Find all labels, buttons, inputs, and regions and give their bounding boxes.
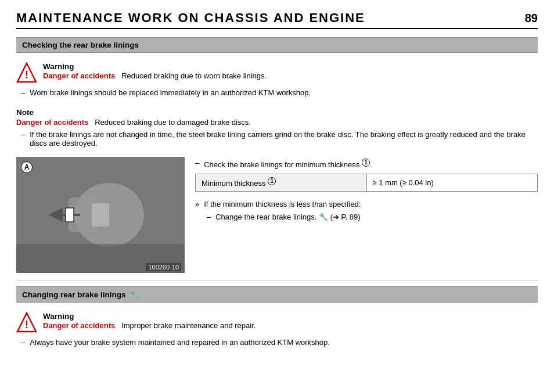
warning-box-1: ! Warning Danger of accidents Reduced br… [16,59,538,87]
page-number: 89 [525,12,538,25]
spec-col2: ≥ 1 mm (≥ 0.04 in) [366,174,538,191]
image-label-a: A [21,161,33,173]
right-col: – Check the brake linings for minimum th… [195,157,538,223]
warning-text-1: Warning Danger of accidents Reduced brak… [43,62,538,80]
spec-row: Minimum thickness 1 ≥ 1 mm (≥ 0.04 in) [196,174,538,191]
tool-icon: 🔧 [319,213,330,221]
section2-tool-icon: 🔧 [129,290,139,299]
warning-bullet-2: – Always have your brake system maintain… [16,336,538,348]
svg-text:!: ! [25,319,28,330]
svg-rect-8 [66,208,74,222]
page-title: MAINTENANCE WORK ON CHASSIS AND ENGINE [16,10,365,26]
warning-bullet-1: – Worn brake linings should be replaced … [16,87,538,99]
danger-text-2: Improper brake maintenance and repair. [117,321,256,330]
section2-header: Changing rear brake linings 🔧 [16,286,538,303]
check-line: – Check the brake linings for minimum th… [195,157,538,174]
note-label: Note [16,108,538,117]
svg-text:!: ! [25,69,28,81]
note-section: Note Danger of accidents Reduced braking… [16,105,538,151]
change-row: – Change the rear brake linings. 🔧 (➜ P.… [195,211,538,223]
section1-content: ! Warning Danger of accidents Reduced br… [16,53,538,280]
danger-label-2: Danger of accidents [43,321,115,330]
warning-title-2: Warning [43,312,538,321]
warning-title-1: Warning [43,62,538,71]
warning-box-2: ! Warning Danger of accidents Improper b… [16,308,538,336]
note-danger-line: Danger of accidents Reduced braking due … [16,118,538,127]
warning-danger-2: Danger of accidents Improper brake maint… [43,321,538,330]
danger-label-1: Danger of accidents [43,71,115,80]
note-danger-label: Danger of accidents [16,118,88,127]
spec-col1: Minimum thickness 1 [196,174,367,191]
page: MAINTENANCE WORK ON CHASSIS AND ENGINE 8… [0,0,554,392]
section2-content: ! Warning Danger of accidents Improper b… [16,303,538,352]
danger-text-1: Reduced braking due to worn brake lining… [117,71,267,80]
spec-circle: 1 [268,177,276,185]
two-col-section: A 100260-10 – Check the brake linings fo… [16,157,538,273]
circle-num: 1 [362,159,370,167]
image-caption: 100260-10 [146,263,181,271]
warning-text-2: Warning Danger of accidents Improper bra… [43,312,538,330]
image-inner: A 100260-10 [16,157,185,273]
page-header: MAINTENANCE WORK ON CHASSIS AND ENGINE 8… [16,10,538,29]
note-danger-text: Reduced braking due to damaged brake dis… [91,118,251,127]
if-row: » If the minimum thickness is less than … [195,197,538,211]
spec-table: Minimum thickness 1 ≥ 1 mm (≥ 0.04 in) [195,174,538,191]
brake-image: A 100260-10 [16,157,185,273]
section1-header: Checking the rear brake linings [16,37,538,53]
warning-danger-1: Danger of accidents Reduced braking due … [43,71,538,80]
svg-rect-5 [92,203,109,226]
warning-icon-1: ! [16,62,37,83]
note-bullet: – If the brake linings are not changed i… [16,129,538,149]
warning-icon-2: ! [16,312,37,333]
